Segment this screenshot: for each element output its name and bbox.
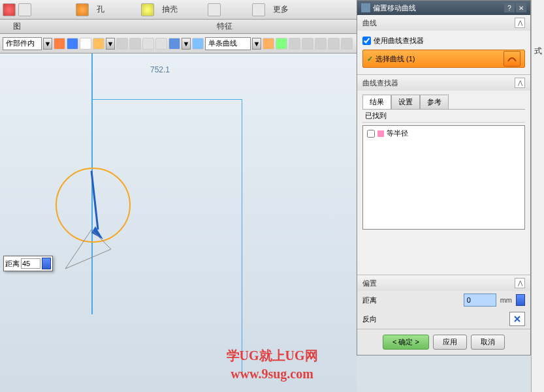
section-curve-title: 曲线 [362,18,377,28]
section-offset-header[interactable]: 偏置 ⋀ [357,275,530,291]
tb2-icon-11[interactable] [263,38,274,50]
distance-spinner[interactable] [516,294,525,306]
shell-label: 抽壳 [162,4,178,15]
reverse-icon [513,314,522,324]
float-value-field[interactable] [21,258,40,269]
collapse-curve[interactable]: ⋀ [515,18,525,28]
section-offset: 偏置 ⋀ 距离 mm 反向 [357,275,530,329]
dialog-buttons: < 确定 > 应用 取消 [357,329,530,355]
hole-label: 孔 [97,4,104,15]
section-curve-header[interactable]: 曲线 ⋀ [357,15,530,31]
tab-settings[interactable]: 设置 [391,95,420,109]
sketch-canvas[interactable]: 752.1 距离 [0,53,357,392]
curve-mode-arrow[interactable]: ▼ [252,38,261,50]
tb2-icon-14[interactable] [302,38,313,50]
float-spinner[interactable] [42,258,51,269]
distance-input[interactable] [464,294,496,307]
more-icon-1[interactable] [208,3,221,16]
found-label: 已找到 [362,110,525,123]
offset-panel: 偏置移动曲线 ? ✕ 曲线 ⋀ 使用曲线查找器 ✓ 选择曲线 (1) [357,0,531,355]
tb2-icon-10[interactable] [192,38,204,50]
scope-arrow[interactable]: ▼ [43,38,52,50]
section-curve: 曲线 ⋀ 使用曲线查找器 ✓ 选择曲线 (1) [357,15,530,75]
hole-icon[interactable] [76,3,89,16]
tb2-icon-9[interactable] [168,38,180,50]
select-curve-label: 选择曲线 (1) [376,54,415,64]
right-side-strip: 式 [531,0,544,392]
tab-left[interactable]: 图 [13,21,21,32]
svg-line-3 [91,230,111,249]
curve-mode-label: 单条曲线 [208,38,237,48]
finder-checkbox-row: 使用曲线查找器 [362,35,525,47]
section-finder-title: 曲线查找器 [362,78,398,88]
section-finder-header[interactable]: 曲线查找器 ⋀ [357,75,530,91]
apply-button[interactable]: 应用 [433,335,467,350]
more-label-2: 更多 [273,4,289,15]
svg-line-0 [91,171,98,230]
collapse-offset[interactable]: ⋀ [515,278,525,288]
section-offset-title: 偏置 [362,279,377,288]
tool-icon-2[interactable] [18,3,31,16]
panel-title-text: 偏置移动曲线 [373,3,416,13]
tb2-arrow-1[interactable]: ▼ [106,38,115,50]
distance-unit: mm [500,296,512,304]
list-item[interactable]: 等半径 [364,127,523,140]
item-color-swatch [377,130,384,137]
curve-mode-dropdown[interactable]: 单条曲线 [205,37,251,50]
scope-label: 作部件内 [6,38,35,48]
tb2-icon-1[interactable] [54,38,65,50]
reverse-label: 反向 [362,314,377,324]
dim-ext-top [91,99,242,100]
watermark-line1: 学UG就上UG网 [227,347,318,365]
tab-center[interactable]: 特征 [217,21,232,32]
more-icon-2[interactable] [252,3,265,16]
tb2-icon-12[interactable] [276,38,287,50]
finder-checkbox[interactable] [362,37,371,45]
reverse-row: 反向 [357,309,530,329]
reverse-button[interactable] [509,312,525,326]
shell-icon[interactable] [141,3,154,16]
distance-label: 距离 [362,295,377,305]
dim-line-right [242,99,242,373]
dimension-1: 752.1 [150,65,170,74]
ok-button[interactable]: < 确定 > [383,335,429,350]
finder-checkbox-label: 使用曲线查找器 [374,36,424,46]
tb2-icon-5[interactable] [116,38,128,50]
result-list[interactable]: 等半径 [362,125,525,230]
side-char-1: 式 [534,46,542,57]
tb2-icon-13[interactable] [289,38,300,50]
tb2-icon-7[interactable] [142,38,154,50]
panel-icon [361,3,370,12]
tb2-icon-17[interactable] [341,38,353,50]
panel-titlebar[interactable]: 偏置移动曲线 ? ✕ [357,1,530,15]
tb2-icon-3[interactable] [80,38,91,50]
tb2-icon-16[interactable] [328,38,340,50]
cancel-button[interactable]: 取消 [471,335,505,350]
float-label: 距离 [5,259,20,269]
tool-icon-1[interactable] [3,3,16,16]
tb2-icon-2[interactable] [67,38,78,50]
tb2-icon-15[interactable] [315,38,327,50]
scope-dropdown[interactable]: 作部件内 [3,37,42,50]
item-checkbox[interactable] [367,130,375,138]
close-button[interactable]: ✕ [516,3,526,12]
section-finder: 曲线查找器 ⋀ 结果 设置 参考 已找到 等半径 [357,75,530,275]
arrow-vectors [52,164,137,282]
float-distance-input[interactable]: 距离 [3,256,53,271]
tb2-icon-4[interactable] [93,38,104,50]
check-icon: ✓ [367,55,373,63]
select-curve-row[interactable]: ✓ 选择曲线 (1) [362,50,525,68]
help-button[interactable]: ? [504,3,515,12]
select-curve-icon-button[interactable] [504,51,520,67]
finder-tabs: 结果 设置 参考 [362,95,525,110]
tb2-icon-8[interactable] [155,38,167,50]
item-label: 等半径 [387,128,408,138]
tb2-icon-6[interactable] [129,38,141,50]
tab-reference[interactable]: 参考 [420,95,449,109]
collapse-finder[interactable]: ⋀ [515,78,525,88]
watermark-line2: www.9sug.com [231,367,313,382]
tb2-arrow-2[interactable]: ▼ [182,38,191,50]
distance-row: 距离 mm [357,291,530,309]
tab-result[interactable]: 结果 [362,95,391,109]
curve-icon [507,55,517,63]
